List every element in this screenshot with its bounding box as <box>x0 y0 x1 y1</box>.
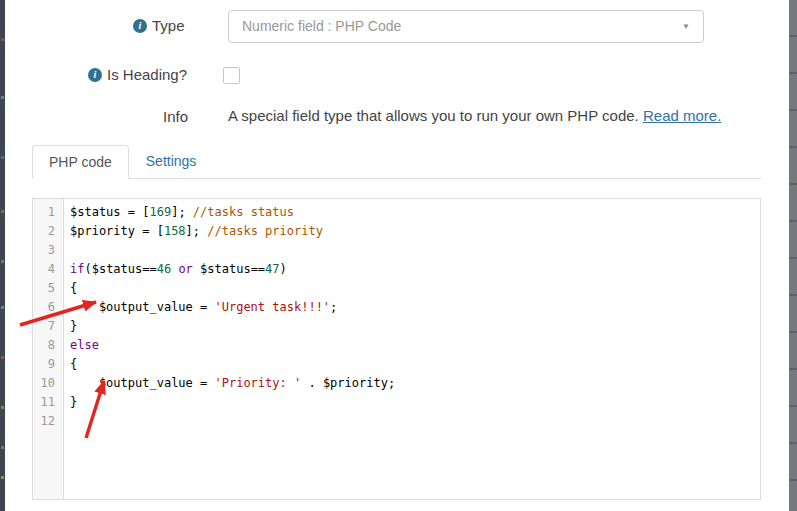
type-select-value: Numeric field : PHP Code <box>242 18 401 34</box>
code-token-number: 46 <box>157 262 171 276</box>
code-line[interactable]: $status = [169]; //tasks status <box>70 203 760 222</box>
line-number: 6 <box>33 298 63 317</box>
code-token-plain: $output_value = <box>70 376 215 390</box>
line-number: 8 <box>33 336 63 355</box>
chevron-down-icon: ▼ <box>682 11 690 42</box>
code-line[interactable] <box>70 241 760 260</box>
info-label: Info <box>163 108 188 125</box>
code-line[interactable]: { <box>70 279 760 298</box>
code-line[interactable]: $priority = [158]; //tasks priority <box>70 222 760 241</box>
code-token-comment: //tasks status <box>193 205 294 219</box>
type-row: i Type <box>133 17 185 34</box>
type-label: Type <box>152 17 185 34</box>
code-token-plain: $status = [ <box>70 205 149 219</box>
code-editor[interactable]: 123456789101112 $status = [169]; //tasks… <box>32 198 761 500</box>
code-token-plain: { <box>70 281 77 295</box>
info-icon[interactable]: i <box>88 68 102 82</box>
code-token-plain: ]; <box>171 205 193 219</box>
code-token-plain: } <box>70 319 77 333</box>
code-token-plain: $status== <box>193 262 265 276</box>
code-token-plain: . $priority; <box>301 376 395 390</box>
code-token-plain: } <box>70 395 77 409</box>
code-token-string: 'Priority: ' <box>215 376 302 390</box>
line-number: 1 <box>33 203 63 222</box>
line-number: 7 <box>33 317 63 336</box>
line-number: 5 <box>33 279 63 298</box>
code-line[interactable]: { <box>70 355 760 374</box>
right-scrollbar[interactable] <box>789 0 797 511</box>
code-line[interactable]: $output_value = 'Urgent task!!!'; <box>70 298 760 317</box>
line-number: 2 <box>33 222 63 241</box>
code-line[interactable]: } <box>70 317 760 336</box>
left-edge-cutoff-content <box>1 38 4 41</box>
code-line[interactable]: } <box>70 393 760 412</box>
info-description: A special field type that allows you to … <box>228 107 643 124</box>
code-token-comment: //tasks priority <box>207 224 323 238</box>
code-token-keyword: or <box>178 262 192 276</box>
line-number: 11 <box>33 393 63 412</box>
code-token-keyword: else <box>70 338 99 352</box>
is-heading-label: Is Heading? <box>107 66 187 83</box>
code-token-plain: $output_value = <box>70 300 215 314</box>
code-line[interactable]: $output_value = 'Priority: ' . $priority… <box>70 374 760 393</box>
is-heading-checkbox[interactable] <box>223 67 240 84</box>
tab-php-code[interactable]: PHP code <box>32 145 129 179</box>
code-token-plain: $priority = [ <box>70 224 164 238</box>
field-settings-panel: i Type Numeric field : PHP Code ▼ i Is H… <box>0 0 797 511</box>
line-numbers-gutter: 123456789101112 <box>33 199 64 499</box>
code-token-plain: ($status== <box>84 262 156 276</box>
line-number: 12 <box>33 412 63 431</box>
is-heading-row: i Is Heading? <box>88 66 187 83</box>
info-text: A special field type that allows you to … <box>228 107 758 124</box>
code-token-number: 158 <box>164 224 186 238</box>
code-token-string: 'Urgent task!!!' <box>215 300 331 314</box>
code-line[interactable] <box>70 412 760 431</box>
tab-settings[interactable]: Settings <box>129 145 214 178</box>
line-number: 10 <box>33 374 63 393</box>
left-edge-strip <box>0 0 5 511</box>
code-line[interactable]: else <box>70 336 760 355</box>
info-icon[interactable]: i <box>133 19 147 33</box>
code-token-plain: ) <box>280 262 287 276</box>
code-line[interactable]: if($status==46 or $status==47) <box>70 260 760 279</box>
code-token-plain: { <box>70 357 77 371</box>
code-token-number: 47 <box>265 262 279 276</box>
line-number: 4 <box>33 260 63 279</box>
code-token-number: 169 <box>149 205 171 219</box>
code-token-plain: ; <box>330 300 337 314</box>
line-number: 9 <box>33 355 63 374</box>
code-token-plain: ]; <box>186 224 208 238</box>
type-select[interactable]: Numeric field : PHP Code ▼ <box>228 10 704 43</box>
read-more-link[interactable]: Read more. <box>643 107 721 124</box>
line-number: 3 <box>33 241 63 260</box>
tab-bar: PHP codeSettings <box>32 145 761 179</box>
code-content[interactable]: $status = [169]; //tasks status$priority… <box>64 199 760 499</box>
code-token-keyword: if <box>70 262 84 276</box>
